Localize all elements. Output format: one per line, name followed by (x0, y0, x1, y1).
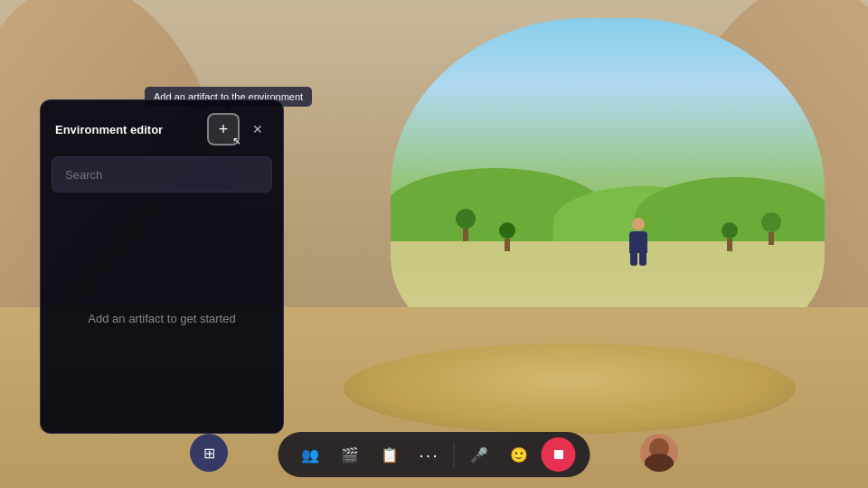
close-icon: ✕ (252, 122, 263, 136)
avatar-head (632, 218, 645, 230)
tree-trunk (505, 239, 510, 251)
empty-state-text: Add an artifact to get started (88, 312, 235, 325)
close-panel-button[interactable]: ✕ (247, 118, 269, 140)
environment-editor-panel: Environment editor + ↖ ✕ Add an artifact… (40, 99, 284, 434)
tree-top (722, 222, 738, 239)
search-bar[interactable] (52, 156, 272, 192)
share-icon: 📋 (381, 446, 399, 464)
toolbar: 👥 🎬 📋 ··· 🎤 🙂 ⏹ (278, 432, 590, 477)
tree-top (499, 222, 515, 239)
search-input[interactable] (65, 168, 259, 182)
avatar-body (645, 454, 674, 472)
platform (344, 343, 796, 434)
tree-trunk (463, 229, 468, 241)
toolbar-divider (454, 442, 455, 467)
cursor-icon: ↖ (232, 135, 241, 147)
toolbar-stop-button[interactable]: ⏹ (542, 437, 576, 472)
add-artifact-button[interactable]: + ↖ (207, 113, 240, 145)
tree-trunk (727, 239, 732, 251)
video-icon: 🎬 (341, 446, 359, 464)
people-icon: 👥 (301, 446, 319, 464)
toolbar-emoji-button[interactable]: 🙂 (502, 437, 536, 472)
mic-icon: 🎤 (470, 446, 488, 464)
toolbar-more-button[interactable]: ··· (412, 437, 447, 472)
tree-trunk (769, 232, 774, 245)
avatar-legs (630, 253, 646, 266)
tree (761, 212, 781, 245)
user-avatar-button[interactable] (640, 434, 678, 472)
toolbar-mic-button[interactable]: 🎤 (462, 437, 496, 472)
avatar-body (629, 231, 647, 253)
avatar-leg-left (630, 253, 637, 266)
more-icon: ··· (419, 445, 439, 465)
tree (499, 222, 515, 251)
apps-button[interactable]: ⊞ (190, 434, 228, 472)
stop-icon: ⏹ (552, 446, 566, 463)
avatar-character (629, 218, 647, 266)
panel-header: Environment editor + ↖ ✕ (41, 100, 283, 156)
toolbar-share-button[interactable]: 📋 (373, 437, 407, 472)
tree (722, 222, 738, 251)
tree-top (456, 209, 476, 229)
avatar-leg-right (639, 253, 646, 266)
panel-title: Environment editor (55, 123, 163, 136)
add-icon: + (219, 120, 229, 139)
panel-body: Add an artifact to get started (41, 203, 283, 433)
tree-top (761, 212, 781, 232)
emoji-icon: 🙂 (510, 446, 528, 464)
tree (456, 209, 476, 241)
toolbar-video-button[interactable]: 🎬 (333, 437, 367, 472)
apps-grid-icon: ⊞ (203, 445, 215, 462)
panel-actions: + ↖ ✕ (207, 113, 269, 145)
toolbar-people-button[interactable]: 👥 (293, 437, 327, 472)
